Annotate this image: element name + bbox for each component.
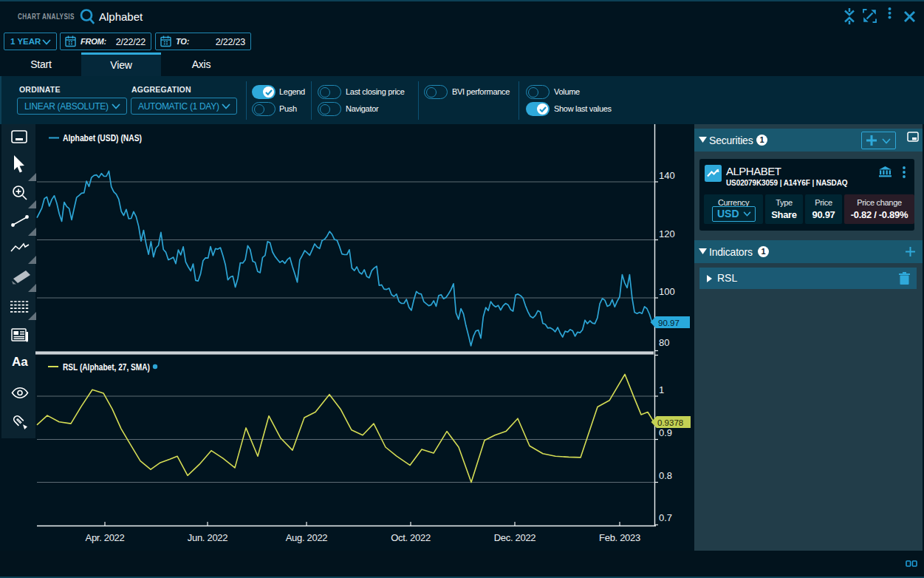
svg-text:100: 100 [659, 286, 675, 297]
svg-text:Jun. 2022: Jun. 2022 [188, 532, 227, 543]
svg-text:1: 1 [659, 384, 664, 395]
svg-text:120: 120 [659, 228, 675, 239]
svg-text:Alphabet (USD) (NAS): Alphabet (USD) (NAS) [63, 132, 142, 143]
svg-text:RSL (Alphabet, 27, SMA): RSL (Alphabet, 27, SMA) [63, 362, 150, 373]
svg-text:Dec. 2022: Dec. 2022 [494, 532, 536, 543]
svg-text:0.7: 0.7 [659, 512, 672, 523]
svg-text:90.97: 90.97 [658, 319, 680, 327]
svg-text:0.9378: 0.9378 [657, 418, 683, 427]
svg-text:140: 140 [659, 170, 675, 181]
svg-text:0.9: 0.9 [659, 427, 672, 438]
svg-text:80: 80 [659, 337, 669, 348]
svg-text:Feb. 2023: Feb. 2023 [599, 532, 640, 543]
svg-text:Oct. 2022: Oct. 2022 [391, 532, 431, 543]
svg-text:Apr. 2022: Apr. 2022 [86, 532, 125, 543]
svg-text:0.8: 0.8 [659, 470, 672, 481]
svg-text:Aug. 2022: Aug. 2022 [286, 532, 328, 543]
